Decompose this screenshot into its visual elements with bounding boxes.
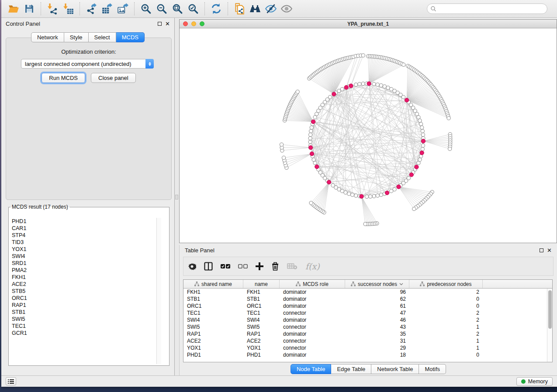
- mcds-result-item[interactable]: SWI5: [12, 316, 156, 323]
- mcds-list-scrollbar[interactable]: [156, 218, 161, 364]
- function-builder-icon[interactable]: f(x): [305, 261, 320, 271]
- settings-gear-icon[interactable]: [188, 262, 196, 271]
- column-header-successor-nodes[interactable]: successor nodes: [345, 280, 409, 288]
- table-row[interactable]: SWI5SWI5connector431: [183, 323, 547, 330]
- delete-table-icon[interactable]: [287, 263, 298, 270]
- table-scrollbar[interactable]: [547, 289, 552, 362]
- mcds-result-item[interactable]: GCR1: [12, 330, 156, 337]
- export-table-icon[interactable]: [101, 3, 113, 15]
- table-row[interactable]: STB1STB1dominator620: [183, 296, 547, 303]
- table-cell: TEC1: [183, 309, 243, 316]
- mcds-result-item[interactable]: PMA2: [12, 267, 156, 274]
- splitter-handle[interactable]: [175, 195, 178, 199]
- table-cell: dominator: [280, 316, 345, 323]
- tab-style[interactable]: Style: [64, 32, 89, 42]
- close-panel-button[interactable]: Close panel: [91, 73, 136, 83]
- table-row[interactable]: ORC1ORC1dominator610: [183, 303, 547, 309]
- table-scrollbar-thumb[interactable]: [548, 290, 552, 329]
- save-icon[interactable]: [23, 3, 35, 15]
- export-network-icon[interactable]: [85, 3, 97, 15]
- network-canvas[interactable]: [180, 29, 557, 243]
- table-cell: YOX1: [183, 344, 243, 351]
- import-network-icon[interactable]: [46, 3, 59, 15]
- mcds-result-item[interactable]: ACE2: [12, 281, 156, 288]
- column-header-mcds-role[interactable]: MCDS role: [280, 280, 345, 288]
- tab-edge-table[interactable]: Edge Table: [331, 364, 371, 374]
- mcds-result-item[interactable]: FKH1: [12, 274, 156, 281]
- window-maximize-icon[interactable]: [200, 21, 204, 26]
- table-row[interactable]: YOX1YOX1connector291: [183, 344, 547, 351]
- window-minimize-icon[interactable]: [191, 21, 196, 26]
- column-chooser-icon[interactable]: [204, 262, 213, 271]
- binoculars-icon[interactable]: [249, 3, 261, 15]
- column-namespace-icon: [296, 282, 301, 286]
- delete-column-icon[interactable]: [271, 262, 279, 271]
- dropdown-stepper-icon: [145, 59, 154, 69]
- mcds-result-item[interactable]: STB1: [12, 309, 156, 316]
- table-cell: 1: [409, 337, 483, 344]
- column-header-predecessor-nodes[interactable]: predecessor nodes: [409, 280, 483, 288]
- mcds-result-item[interactable]: SWI4: [12, 253, 156, 260]
- zoom-out-icon[interactable]: [156, 3, 168, 15]
- mcds-result-list: PHD1CAR1STP4TID3YOX1SWI4SRD1PMA2FKH1ACE2…: [9, 218, 156, 364]
- close-panel-icon[interactable]: ✕: [547, 248, 552, 252]
- zoom-selected-icon[interactable]: [187, 3, 199, 15]
- mcds-result-item[interactable]: TID3: [12, 239, 156, 246]
- network-dominator-node: [315, 165, 319, 168]
- zoom-fit-icon[interactable]: [171, 3, 183, 15]
- mcds-result-item[interactable]: STB5: [12, 288, 156, 295]
- share-document-icon[interactable]: [233, 3, 246, 15]
- tab-mcds[interactable]: MCDS: [116, 32, 145, 42]
- tab-network-table[interactable]: Network Table: [371, 364, 419, 374]
- vertical-splitter[interactable]: [175, 18, 179, 375]
- mcds-result-item[interactable]: YOX1: [12, 246, 156, 253]
- table-row[interactable]: ACE2ACE2connector311: [183, 337, 547, 344]
- mcds-result-item[interactable]: RAP1: [12, 302, 156, 309]
- tab-node-table[interactable]: Node Table: [291, 364, 332, 374]
- network-dominator-node: [360, 194, 363, 198]
- select-all-icon[interactable]: [221, 264, 230, 269]
- mcds-result-item[interactable]: TEC1: [12, 323, 156, 330]
- table-row[interactable]: SWI4SWI4dominator462: [183, 316, 547, 323]
- mcds-result-item[interactable]: SRD1: [12, 260, 156, 267]
- table-row[interactable]: RAP1RAP1dominator352: [183, 330, 547, 337]
- mcds-result-item[interactable]: PHD1: [12, 218, 156, 225]
- table-cell: RAP1: [183, 330, 243, 337]
- column-header-name[interactable]: name: [243, 280, 280, 288]
- table-tabs: Node Table Edge Table Network Table Moti…: [180, 364, 557, 374]
- table-row[interactable]: PHD1PHD1dominator180: [183, 351, 547, 358]
- mcds-result-item[interactable]: STP4: [12, 232, 156, 239]
- memory-button[interactable]: Memory: [516, 377, 553, 386]
- zoom-in-icon[interactable]: [140, 3, 152, 15]
- refresh-layout-icon[interactable]: [210, 3, 222, 15]
- network-window-titlebar[interactable]: YPA_prune.txt_1: [180, 20, 557, 28]
- criterion-dropdown[interactable]: largest connected component (undirected): [21, 59, 154, 69]
- show-all-icon[interactable]: [280, 3, 293, 15]
- tab-motifs[interactable]: Motifs: [419, 364, 446, 374]
- float-panel-icon[interactable]: [158, 22, 162, 26]
- mcds-result-item[interactable]: CAR1: [12, 225, 156, 232]
- column-header-shared-name[interactable]: shared name: [183, 280, 243, 288]
- window-close-icon[interactable]: [183, 21, 188, 26]
- control-panel-tabs: Network Style Select MCDS: [1, 32, 174, 42]
- tab-select[interactable]: Select: [89, 32, 116, 42]
- import-table-icon[interactable]: [62, 3, 74, 15]
- run-mcds-button[interactable]: Run MCDS: [42, 73, 85, 83]
- close-panel-icon[interactable]: ✕: [165, 22, 170, 26]
- console-button[interactable]: [6, 377, 16, 385]
- optimization-criterion-label: Optimization criterion:: [6, 48, 171, 55]
- table-cell: YOX1: [243, 344, 280, 351]
- deselect-all-icon[interactable]: [238, 264, 248, 269]
- table-cell: connector: [280, 323, 345, 330]
- open-file-icon[interactable]: [7, 3, 20, 15]
- tab-network[interactable]: Network: [31, 32, 64, 42]
- network-dominator-node: [311, 120, 315, 124]
- export-image-icon[interactable]: [117, 3, 129, 15]
- mcds-result-item[interactable]: ORC1: [12, 295, 156, 302]
- table-row[interactable]: FKH1FKH1dominator962: [183, 289, 547, 296]
- add-column-icon[interactable]: [256, 262, 263, 270]
- hide-selected-icon[interactable]: [265, 3, 277, 15]
- table-row[interactable]: TEC1TEC1connector472: [183, 309, 547, 316]
- float-panel-icon[interactable]: [540, 248, 543, 252]
- search-input[interactable]: [427, 3, 547, 14]
